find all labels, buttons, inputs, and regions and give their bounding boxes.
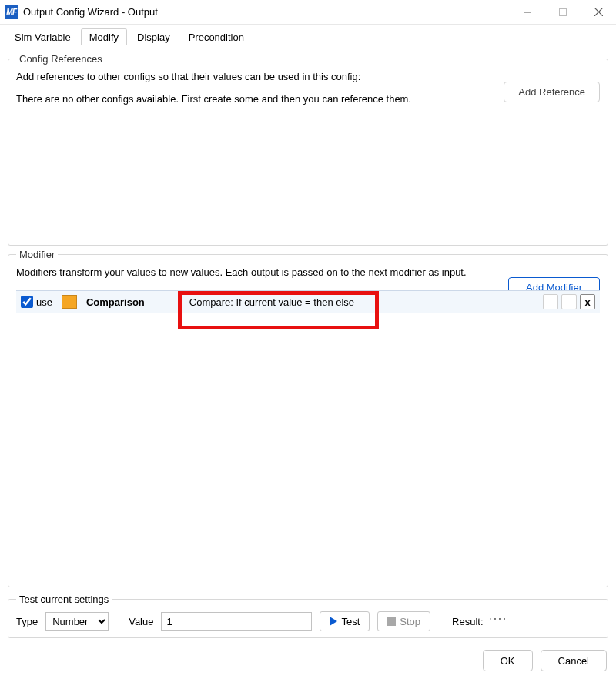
modifier-name: Comparison bbox=[86, 296, 145, 308]
test-settings-group: Test current settings Type Number String… bbox=[8, 594, 608, 638]
test-button[interactable]: Test bbox=[320, 611, 370, 631]
minimize-button[interactable] bbox=[510, 0, 545, 25]
tab-precondition[interactable]: Precondition bbox=[180, 28, 253, 45]
value-label: Value bbox=[129, 616, 153, 627]
titlebar: MF Output Config Wizard - Output bbox=[0, 0, 616, 25]
window-title: Output Config Wizard - Output bbox=[23, 6, 510, 18]
modifier-desc: Modifiers transform your values to new v… bbox=[16, 266, 600, 278]
modifier-delete-button[interactable]: x bbox=[580, 294, 595, 309]
add-reference-button[interactable]: Add Reference bbox=[504, 82, 600, 102]
window-controls bbox=[510, 0, 616, 25]
modifier-group: Modifier Modifiers transform your values… bbox=[8, 249, 608, 587]
stop-icon bbox=[387, 617, 396, 626]
modifier-move-down-button[interactable] bbox=[561, 294, 577, 309]
value-input[interactable] bbox=[161, 612, 312, 630]
maximize-button[interactable] bbox=[545, 0, 581, 25]
result-label: Result: bbox=[452, 616, 483, 627]
tab-bar: Sim Variable Modify Display Precondition bbox=[0, 25, 616, 45]
modifier-color-swatch[interactable] bbox=[62, 295, 77, 309]
modifier-info: Compare: If current value = then else bbox=[189, 296, 354, 308]
dialog-buttons: OK Cancel bbox=[483, 650, 607, 671]
stop-button[interactable]: Stop bbox=[377, 611, 430, 631]
test-settings-legend: Test current settings bbox=[16, 594, 112, 605]
ok-button[interactable]: OK bbox=[483, 650, 533, 671]
tab-modify[interactable]: Modify bbox=[81, 28, 127, 45]
config-references-desc: Add references to other configs so that … bbox=[16, 71, 600, 82]
play-icon bbox=[330, 617, 337, 626]
modifier-legend: Modifier bbox=[16, 249, 58, 260]
modifier-move-up-button[interactable] bbox=[543, 294, 558, 309]
app-icon: MF bbox=[5, 5, 18, 19]
tab-display[interactable]: Display bbox=[129, 28, 179, 45]
modifier-use-checkbox[interactable] bbox=[21, 296, 33, 308]
svg-rect-1 bbox=[560, 8, 567, 15]
modifier-row[interactable]: use Comparison Compare: If current value… bbox=[16, 290, 600, 313]
close-button[interactable] bbox=[581, 0, 616, 25]
result-value: ' ' ' ' bbox=[490, 616, 506, 627]
modifier-use-label: use bbox=[36, 296, 52, 308]
tab-sim-variable[interactable]: Sim Variable bbox=[6, 28, 79, 45]
type-select[interactable]: Number String bbox=[45, 612, 109, 630]
config-references-legend: Config References bbox=[16, 53, 105, 65]
cancel-button[interactable]: Cancel bbox=[541, 650, 607, 671]
config-references-group: Config References Add references to othe… bbox=[8, 53, 608, 246]
type-label: Type bbox=[16, 616, 38, 627]
